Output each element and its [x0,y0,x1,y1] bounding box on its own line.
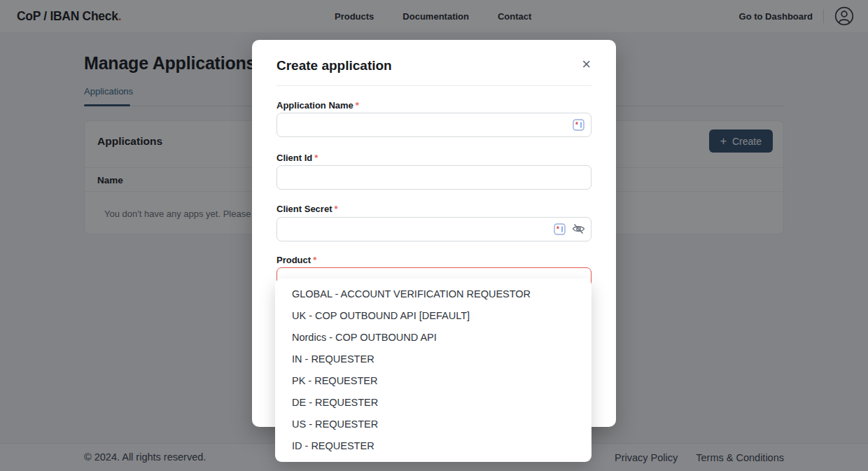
product-dropdown: GLOBAL - ACCOUNT VERIFICATION REQUESTOR … [275,279,592,462]
dropdown-option[interactable]: US - REQUESTER [275,414,592,435]
svg-text:*: * [575,121,578,129]
client-id-label: Client Id* [276,153,318,163]
required-marker: * [356,100,359,111]
dropdown-option[interactable]: Nordics - COP OUTBOUND API [275,327,592,349]
page: CoP / IBAN Check. Products Documentation… [0,0,868,471]
modal-title: Create application [276,58,392,73]
svg-text:*: * [556,225,559,233]
dropdown-option[interactable]: UK - COP OUTBOUND API [DEFAULT] [275,305,592,327]
application-name-label: Application Name* [276,100,359,111]
dropdown-option[interactable]: ID - REQUESTER [275,435,592,457]
dropdown-option[interactable]: IN - REQUESTER [275,349,592,370]
required-marker: * [334,204,337,214]
client-secret-input[interactable] [276,217,592,241]
autofill-icon[interactable]: * [554,223,566,235]
required-marker: * [313,255,316,265]
client-id-input[interactable] [276,165,592,190]
eye-off-icon[interactable] [572,223,585,235]
dropdown-option[interactable]: DE - REQUESTER [275,392,592,414]
client-secret-label: Client Secret* [276,204,338,214]
dropdown-option[interactable]: PK - REQUESTER [275,370,592,392]
product-label: Product* [276,255,316,265]
required-marker: * [314,153,318,163]
autofill-icon[interactable]: * [573,119,584,131]
dropdown-option[interactable]: GLOBAL - ACCOUNT VERIFICATION REQUESTOR [275,283,592,305]
application-name-input[interactable] [276,113,592,137]
modal-title-divider [276,85,592,86]
close-icon[interactable]: × [582,57,591,72]
